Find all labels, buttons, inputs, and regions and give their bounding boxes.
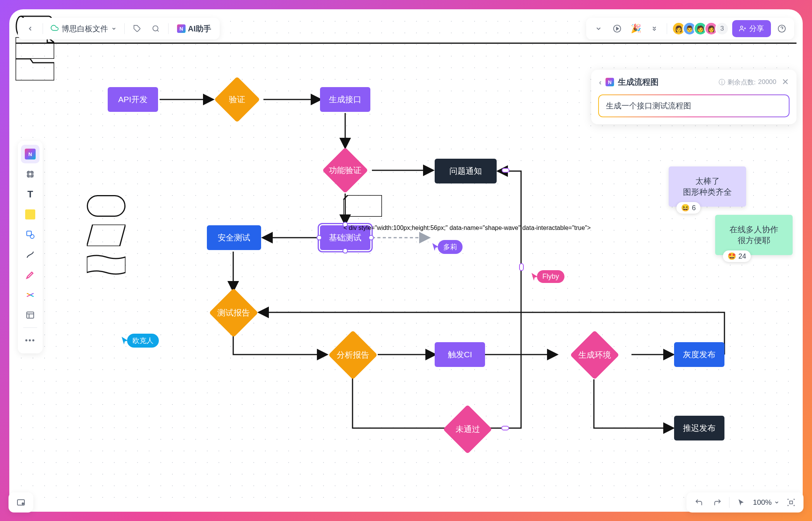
celebrate-button[interactable]: 🎉 xyxy=(628,21,643,36)
topbar-right: 🎉 👩 👨 🧑 👩 3 分享 xyxy=(586,18,794,39)
node-analyze-report[interactable]: 分析报告 xyxy=(328,330,377,379)
expand-button[interactable] xyxy=(647,21,662,36)
cursor-label: 多莉 xyxy=(438,240,463,254)
node-issue-notify[interactable]: 问题通知 xyxy=(435,159,497,183)
ai-prompt-input[interactable] xyxy=(598,94,790,117)
node-verify[interactable]: 验证 xyxy=(214,77,260,123)
svg-rect-17 xyxy=(27,312,34,318)
svg-rect-34 xyxy=(790,501,792,504)
ai-panel-back[interactable]: ‹ xyxy=(599,77,602,87)
search-button[interactable] xyxy=(148,21,163,36)
fit-view-button[interactable] xyxy=(784,495,798,509)
node-gen-interface[interactable]: 生成接口 xyxy=(320,87,370,112)
node-gray-release[interactable]: 灰度发布 xyxy=(674,342,724,367)
file-name-label: 博思白板文件 xyxy=(62,24,108,34)
tool-connector[interactable] xyxy=(21,245,40,264)
file-name-dropdown[interactable]: 博思白板文件 xyxy=(48,24,120,34)
sticky-text: 在线多人协作 xyxy=(724,224,783,235)
shape-palette: < div style="width:100px;height:56px;" d… xyxy=(87,195,591,276)
node-delay-release[interactable]: 推迟发布 xyxy=(674,416,724,440)
node-gen-env[interactable]: 生成环境 xyxy=(570,330,619,379)
ai-panel-header: ‹ N 生成流程图 ⓘ剩余点数:20000 ✕ xyxy=(591,70,797,94)
cloud-sync-icon xyxy=(51,24,58,34)
ai-panel-title-label: 生成流程图 xyxy=(618,77,659,87)
ai-logo-icon: N xyxy=(177,24,186,33)
tool-shapes[interactable]: N xyxy=(21,145,40,163)
share-label: 分享 xyxy=(749,24,764,34)
ai-panel-close[interactable]: ✕ xyxy=(782,77,789,87)
tool-more[interactable]: ••• xyxy=(21,331,40,350)
connector-pill[interactable] xyxy=(502,168,509,173)
bottom-right-bar: 100% xyxy=(686,492,803,512)
node-test-report[interactable]: 测试报告 xyxy=(209,288,258,337)
node-api-dev[interactable]: API开发 xyxy=(108,87,158,112)
tool-text[interactable]: T xyxy=(21,185,40,204)
svg-point-33 xyxy=(22,503,24,504)
node-func-verify[interactable]: 功能验证 xyxy=(322,147,368,194)
sticky-note-green[interactable]: 在线多人协作 很方便耶 🤩24 xyxy=(715,215,793,255)
node-trigger-ci[interactable]: 触发CI xyxy=(435,342,485,367)
svg-point-16 xyxy=(30,235,34,238)
shape-parallelogram[interactable] xyxy=(87,225,126,246)
pointer-button[interactable] xyxy=(734,495,748,509)
redo-button[interactable] xyxy=(710,495,724,509)
cursor-duoli: 多莉 xyxy=(431,240,463,254)
ai-assistant-button[interactable]: N AI助手 xyxy=(173,24,215,34)
cursor-label: 欧克人 xyxy=(127,334,159,348)
sticky-note-purple[interactable]: 太棒了 图形种类齐全 😆6 xyxy=(669,166,746,207)
svg-point-5 xyxy=(740,26,743,28)
chevron-down-icon xyxy=(774,500,779,505)
node-not-passed[interactable]: 未通过 xyxy=(443,404,492,454)
tool-template[interactable] xyxy=(21,306,40,324)
topbar: 博思白板文件 N AI助手 🎉 xyxy=(18,18,794,39)
collaborator-avatars[interactable]: 👩 👨 🧑 👩 3 xyxy=(672,22,729,36)
connector-pill[interactable] xyxy=(501,426,509,430)
cursor-label: Flyby xyxy=(537,270,564,283)
sticky-text: 很方便耶 xyxy=(724,235,783,246)
tool-frame[interactable] xyxy=(21,165,40,183)
cursor-ouke: 欧克人 xyxy=(120,334,159,348)
left-toolbar: N T ••• xyxy=(18,141,43,353)
undo-button[interactable] xyxy=(692,495,706,509)
chevron-down-button[interactable] xyxy=(591,21,606,36)
ai-panel: ‹ N 生成流程图 ⓘ剩余点数:20000 ✕ xyxy=(591,70,797,124)
help-button[interactable] xyxy=(774,21,790,36)
svg-point-1 xyxy=(153,26,158,31)
avatar-count[interactable]: 3 xyxy=(715,22,729,36)
shape-card[interactable] xyxy=(343,195,382,217)
cursor-flyby: Flyby xyxy=(530,270,564,283)
sticky-reaction[interactable]: 😆6 xyxy=(676,202,700,214)
play-button[interactable] xyxy=(609,21,625,36)
minimap-button[interactable] xyxy=(14,495,28,509)
sticky-text: 图形种类齐全 xyxy=(678,187,737,197)
ai-assistant-label: AI助手 xyxy=(188,24,211,34)
chevron-down-icon xyxy=(111,26,117,31)
bottom-left-bar xyxy=(9,492,33,512)
shape-rounded-rect[interactable] xyxy=(87,195,126,217)
sticky-text: 太棒了 xyxy=(678,176,737,187)
back-button[interactable] xyxy=(22,21,38,36)
ai-credits: ⓘ剩余点数:20000 xyxy=(719,78,776,87)
tool-mindmap[interactable] xyxy=(21,286,40,304)
tool-shape[interactable] xyxy=(21,225,40,244)
svg-line-2 xyxy=(157,30,159,32)
topbar-left: 博思白板文件 N AI助手 xyxy=(18,18,220,39)
tool-pen[interactable] xyxy=(21,266,40,284)
zoom-control[interactable]: 100% xyxy=(753,498,779,507)
share-button[interactable]: 分享 xyxy=(732,20,771,37)
svg-marker-4 xyxy=(616,27,619,30)
tool-sticky[interactable] xyxy=(21,205,40,224)
tag-button[interactable] xyxy=(129,21,145,36)
ai-logo-icon: N xyxy=(606,78,614,86)
sticky-reaction[interactable]: 🤩24 xyxy=(723,250,751,262)
